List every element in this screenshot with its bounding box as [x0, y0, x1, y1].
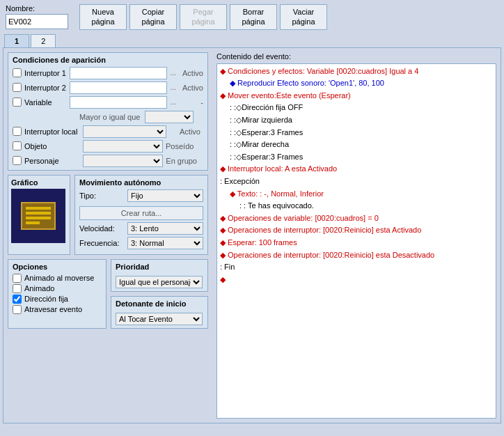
tab-2[interactable]: 2	[31, 34, 56, 47]
list-item: : :◇Mirar derecha	[220, 139, 493, 151]
list-item: ◆	[220, 274, 493, 286]
name-label: Nombre:	[6, 4, 68, 13]
borrar-pagina-button[interactable]: Borrarpágina	[230, 4, 277, 30]
copiar-pagina-button[interactable]: Copiarpágina	[129, 4, 177, 30]
velocidad-label: Velocidad:	[79, 224, 125, 233]
list-item: ◆ Operaciones de variable: [0020:cuadros…	[220, 212, 493, 225]
interruptor-local-label: Interruptor local	[24, 127, 80, 136]
atravesar-evento-label: Atravesar evento	[24, 305, 82, 313]
list-item: : :◇Esperar:3 Frames	[220, 151, 493, 164]
list-item: ◆ Esperar: 100 frames	[220, 237, 493, 249]
conditions-title: Condiciones de aparición	[13, 56, 203, 64]
interruptor2-dots[interactable]: ...	[171, 84, 176, 91]
frecuencia-select[interactable]: 3: Normal	[127, 237, 203, 249]
list-item: : :◇Mirar izquierda	[220, 114, 493, 127]
mayor-select[interactable]	[145, 111, 194, 123]
detonante-title: Detonante de inicio	[116, 299, 203, 308]
list-item: ◆ Reproducir Efecto sonoro: 'Open1', 80,…	[220, 77, 493, 90]
interruptor-local-checkbox[interactable]	[13, 127, 22, 136]
list-item: ◆ Interruptor local: A esta Activado	[220, 163, 493, 176]
objeto-suffix: Poseído	[166, 142, 194, 150]
interruptor1-label: Interruptor 1	[24, 69, 67, 77]
tipo-label: Tipo:	[79, 192, 125, 200]
variable-dash: -	[180, 98, 203, 107]
list-item: : :◇Dirección fija OFF	[220, 102, 493, 114]
motion-title: Movimiento autónomo	[79, 178, 203, 187]
content-list: ◆ Condiciones y efectos: Variable [0020:…	[216, 63, 496, 419]
tab-1[interactable]: 1	[4, 34, 29, 47]
interruptor2-label: Interruptor 2	[24, 84, 67, 92]
variable-checkbox[interactable]	[13, 98, 22, 107]
velocidad-select[interactable]: 3: Lento	[127, 222, 203, 235]
objeto-checkbox[interactable]	[13, 141, 22, 150]
sprite-image	[21, 202, 56, 230]
nueva-pagina-button[interactable]: Nuevapágina	[79, 4, 127, 30]
frecuencia-label: Frecuencia:	[79, 239, 125, 247]
list-item: ◆ Texto: : -, Normal, Inferior	[220, 188, 493, 201]
pegar-pagina-button[interactable]: Pegarpágina	[180, 4, 227, 30]
content-title: Contenido del evento:	[216, 52, 496, 61]
list-item: ◆ Operaciones de interruptor: [0020:Rein…	[220, 224, 493, 237]
list-item: ◆ Mover evento:Este evento (Esperar)	[220, 90, 493, 102]
interruptor-local-select[interactable]	[83, 125, 166, 138]
interruptor-local-activo: Activo	[169, 127, 200, 136]
personaje-label: Personaje	[24, 157, 80, 165]
direccion-fija-label: Dirección fija	[24, 295, 68, 303]
list-item: : Excepción	[220, 176, 493, 188]
animado-checkbox[interactable]	[13, 284, 22, 293]
interruptor1-input[interactable]	[70, 67, 167, 79]
animado-label: Animado	[24, 284, 54, 293]
priority-select[interactable]: Igual que el personaje	[116, 276, 203, 288]
list-item: : : Te has equivocado.	[220, 200, 493, 212]
options-title: Opciones	[13, 263, 102, 271]
personaje-suffix: En grupo	[166, 157, 197, 165]
detonante-select[interactable]: Al Tocar Evento	[116, 313, 203, 325]
objeto-label: Objeto	[24, 142, 80, 150]
variable-label: Variable	[24, 98, 67, 107]
variable-dots[interactable]: ...	[171, 98, 176, 106]
mayor-label: Mayor o igual que	[79, 113, 142, 121]
list-item: : :◇Esperar:3 Frames	[220, 127, 493, 139]
animado-moverse-checkbox[interactable]	[13, 274, 22, 283]
list-item: ◆ Operaciones de interruptor: [0020:Rein…	[220, 249, 493, 262]
interruptor1-dots[interactable]: ...	[171, 69, 176, 77]
interruptor2-input[interactable]	[70, 81, 167, 94]
priority-title: Prioridad	[116, 263, 203, 271]
variable-input[interactable]	[70, 96, 167, 109]
personaje-select[interactable]	[83, 155, 163, 167]
animado-moverse-label: Animado al moverse	[24, 274, 94, 282]
interruptor2-checkbox[interactable]	[13, 83, 22, 92]
list-item: ◆ Condiciones y efectos: Variable [0020:…	[220, 65, 493, 78]
atravesar-evento-checkbox[interactable]	[13, 305, 22, 314]
direccion-fija-checkbox[interactable]	[13, 295, 22, 304]
crear-ruta-button[interactable]: Crear ruta...	[79, 206, 203, 220]
name-input[interactable]	[6, 14, 68, 29]
list-item: : Fin	[220, 261, 493, 274]
objeto-select[interactable]	[83, 140, 163, 153]
graphic-preview[interactable]	[11, 189, 65, 243]
vaciar-pagina-button[interactable]: Vaciarpágina	[280, 4, 327, 30]
interruptor2-activo: Activo	[180, 84, 203, 92]
personaje-checkbox[interactable]	[13, 156, 22, 165]
interruptor1-activo: Activo	[180, 69, 203, 77]
interruptor1-checkbox[interactable]	[13, 68, 22, 77]
tipo-select[interactable]: Fijo	[127, 189, 203, 202]
graphic-title: Gráfico	[11, 178, 67, 187]
